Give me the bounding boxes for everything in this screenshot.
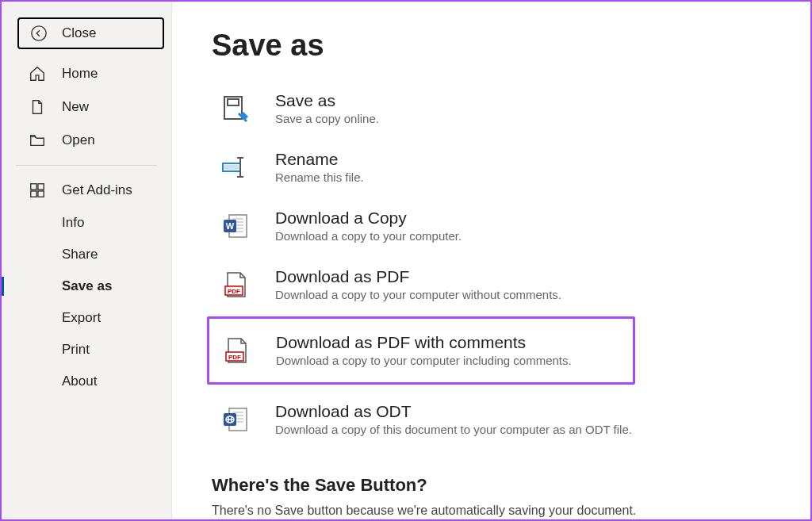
close-label: Close: [62, 25, 96, 41]
sidebar-divider: [16, 165, 157, 166]
nav-label: Share: [62, 247, 98, 262]
help-section: Where's the Save Button? There's no Save…: [212, 475, 779, 518]
nav-label: Save as: [62, 278, 112, 294]
option-desc: Rename this file.: [275, 170, 364, 184]
close-button[interactable]: Close: [17, 17, 164, 49]
nav-item-info[interactable]: Info: [2, 207, 171, 239]
nav-item-addins[interactable]: Get Add-ins: [2, 174, 171, 207]
nav-item-open[interactable]: Open: [2, 124, 171, 157]
nav-item-print[interactable]: Print: [2, 334, 171, 366]
option-title: Download as ODT: [275, 402, 632, 421]
nav-label: Print: [62, 342, 90, 358]
svg-text:PDF: PDF: [228, 354, 241, 361]
svg-rect-1: [31, 184, 36, 190]
nav-label: Get Add-ins: [62, 182, 132, 198]
open-icon: [29, 132, 46, 149]
back-arrow-icon: [30, 25, 48, 42]
highlight-box: PDF Download as PDF with comments Downlo…: [207, 316, 635, 385]
nav-label: Open: [62, 132, 95, 148]
nav-item-new[interactable]: New: [2, 90, 171, 124]
help-text: There's no Save button because we're aut…: [212, 504, 779, 518]
nav-item-saveas[interactable]: Save as: [2, 270, 171, 302]
option-download-odt[interactable]: Download as ODT Download a copy of this …: [212, 393, 779, 446]
option-download-pdf-comments[interactable]: PDF Download as PDF with comments Downlo…: [213, 324, 630, 377]
nav-item-share[interactable]: Share: [2, 239, 171, 270]
odt-icon: [218, 402, 253, 437]
option-saveas[interactable]: Save as Save a copy online.: [212, 82, 779, 136]
pdf-comments-icon: PDF: [219, 333, 254, 368]
pdf-icon: PDF: [218, 267, 253, 302]
nav-label: Home: [62, 66, 98, 82]
nav-item-export[interactable]: Export: [2, 302, 171, 334]
option-desc: Download a copy to your computer without…: [275, 288, 561, 301]
option-rename[interactable]: Rename Rename this file.: [212, 140, 779, 194]
page-title: Save as: [212, 29, 779, 63]
new-icon: [29, 98, 46, 116]
rename-icon: [218, 150, 253, 185]
svg-rect-4: [38, 191, 44, 197]
nav-item-home[interactable]: Home: [2, 57, 171, 90]
option-title: Rename: [275, 150, 364, 169]
nav-item-about[interactable]: About: [2, 366, 171, 397]
option-download-pdf[interactable]: PDF Download as PDF Download a copy to y…: [212, 258, 779, 312]
option-desc: Download a copy to your computer includi…: [276, 354, 572, 367]
svg-rect-8: [224, 165, 239, 170]
option-desc: Save a copy online.: [275, 112, 379, 125]
option-desc: Download a copy of this document to your…: [275, 423, 632, 436]
svg-rect-2: [38, 184, 44, 190]
svg-rect-6: [228, 99, 239, 105]
option-title: Download a Copy: [275, 209, 462, 228]
option-title: Download as PDF with comments: [276, 333, 572, 352]
svg-text:W: W: [226, 221, 235, 231]
svg-point-0: [32, 26, 46, 40]
option-download-copy[interactable]: W Download a Copy Download a copy to you…: [212, 199, 779, 253]
main-content: Save as Save as Save a copy online. Rena…: [172, 2, 810, 519]
nav-label: Export: [62, 310, 101, 326]
nav-label: New: [62, 99, 89, 115]
svg-rect-3: [31, 191, 36, 197]
home-icon: [29, 65, 46, 82]
option-title: Save as: [275, 91, 379, 110]
option-desc: Download a copy to your computer.: [275, 229, 462, 243]
help-title: Where's the Save Button?: [212, 475, 779, 496]
addins-icon: [29, 182, 46, 199]
svg-text:PDF: PDF: [228, 288, 240, 295]
option-title: Download as PDF: [275, 267, 561, 286]
nav-label: About: [62, 374, 97, 389]
word-doc-icon: W: [218, 209, 253, 243]
sidebar: Close Home New Open Get Add-ins: [2, 2, 172, 519]
nav-label: Info: [62, 215, 84, 231]
save-as-icon: [218, 91, 253, 126]
